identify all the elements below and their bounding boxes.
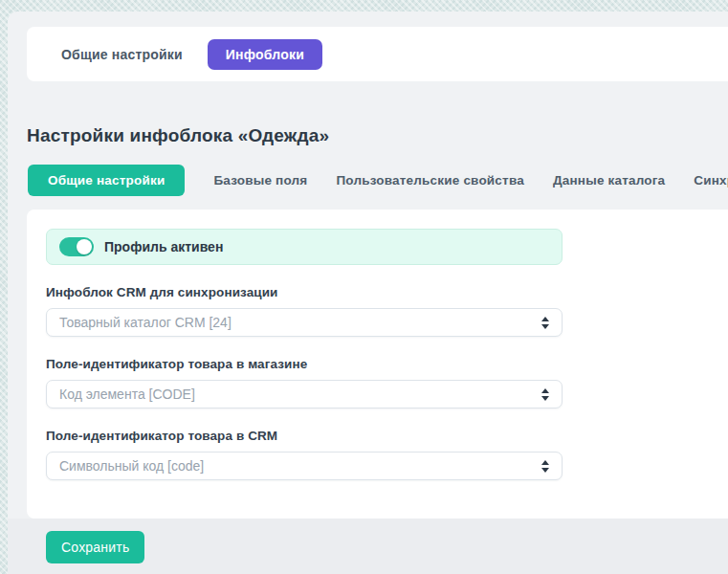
crm-product-id-selected-value: Символьный код [code] [59,458,204,474]
top-nav-bar: Общие настройки Инфоблоки [27,27,728,81]
profile-active-panel: Профиль активен [46,229,563,265]
settings-page: Общие настройки Инфоблоки Настройки инфо… [8,11,728,574]
settings-tabs: Общие настройки Базовые поля Пользовател… [28,165,728,196]
crm-infoblock-select[interactable]: Товарный каталог CRM [24] [46,308,563,337]
crm-product-id-label: Поле-идентификатор товара в CRM [46,429,709,443]
settings-card: Профиль активен Инфоблок CRM для синхрон… [27,210,728,519]
field-crm-product-id: Поле-идентификатор товара в CRM Символьн… [46,429,709,480]
page-title: Настройки инфоблока «Одежда» [27,125,728,146]
card-footer: Сохранить [8,519,728,574]
shop-product-id-label: Поле-идентификатор товара в магазине [46,357,709,371]
shop-product-id-select[interactable]: Код элемента [CODE] [46,380,563,408]
tab-synchronization[interactable]: Синхронизация [694,173,728,188]
toggle-on-icon[interactable] [59,237,94,256]
nav-button-infoblocks[interactable]: Инфоблоки [208,39,322,70]
select-arrows-icon [541,388,549,401]
profile-active-label: Профиль активен [104,239,223,254]
tab-user-properties[interactable]: Пользовательские свойства [336,173,523,188]
nav-link-general-settings[interactable]: Общие настройки [61,47,183,62]
crm-infoblock-selected-value: Товарный каталог CRM [24] [59,315,232,330]
tab-general-settings[interactable]: Общие настройки [28,165,185,196]
save-button[interactable]: Сохранить [46,531,144,563]
select-arrows-icon [541,317,549,329]
shop-product-id-selected-value: Код элемента [CODE] [59,386,195,402]
field-crm-infoblock: Инфоблок CRM для синхронизации Товарный … [46,285,709,337]
field-shop-product-id: Поле-идентификатор товара в магазине Код… [46,357,709,408]
crm-infoblock-label: Инфоблок CRM для синхронизации [46,285,709,299]
tab-catalog-data[interactable]: Данные каталога [553,173,665,188]
select-arrows-icon [541,460,549,473]
toggle-knob [77,239,92,254]
tab-basic-fields[interactable]: Базовые поля [213,173,307,188]
crm-product-id-select[interactable]: Символьный код [code] [46,452,563,480]
